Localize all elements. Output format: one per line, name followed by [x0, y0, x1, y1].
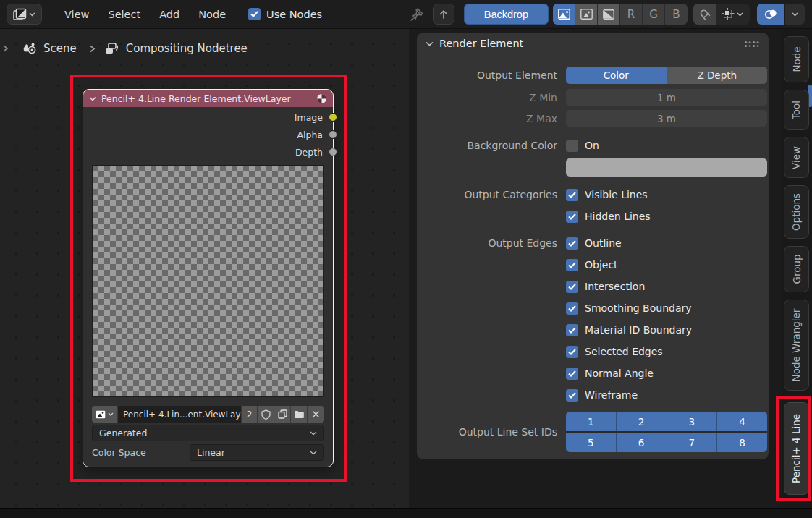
- output-element-row: Output Element ColorZ Depth: [417, 67, 769, 84]
- panel-drag-grip-icon[interactable]: [744, 41, 760, 47]
- image-name-field[interactable]: Pencil+ 4.Lin...ent.ViewLayer: [118, 406, 242, 423]
- output-edges-label: Output Edges: [417, 237, 566, 249]
- output-categories-row: Output CategoriesVisible Lines: [417, 187, 769, 203]
- menu-select[interactable]: Select: [98, 4, 150, 25]
- channel-alpha-button[interactable]: [598, 4, 620, 25]
- line-set-id-5[interactable]: 5: [566, 433, 617, 452]
- image-users-count[interactable]: 2: [242, 406, 258, 423]
- open-image-folder-icon[interactable]: [291, 406, 308, 423]
- z-min-field[interactable]: 1 m: [566, 89, 767, 106]
- output-element-toggle: ColorZ Depth: [566, 67, 767, 84]
- checkbox-object[interactable]: Object: [566, 259, 767, 271]
- panel-collapse-chevron-icon[interactable]: [426, 41, 434, 46]
- tab-view[interactable]: View: [784, 137, 809, 178]
- breadcrumb-separator-icon: [89, 44, 96, 54]
- menu-node[interactable]: Node: [189, 4, 235, 25]
- color-space-dropdown[interactable]: Linear: [190, 444, 324, 461]
- overlays-dropdown[interactable]: [785, 4, 805, 25]
- background-color-on-checkbox[interactable]: On: [566, 140, 767, 152]
- socket-dot[interactable]: [329, 130, 337, 139]
- checkbox-smoothing-boundary[interactable]: Smoothing Boundary: [566, 302, 767, 315]
- checkbox-icon: [566, 389, 578, 402]
- image-source-dropdown[interactable]: Generated: [92, 425, 324, 441]
- checkbox-label: Smoothing Boundary: [585, 302, 692, 314]
- checkbox-selected-edges[interactable]: Selected Edges: [566, 346, 767, 358]
- node-header[interactable]: Pencil+ 4.Line Render Element.ViewLayer: [83, 90, 333, 107]
- panel-title: Render Element: [439, 38, 523, 49]
- line-set-id-8[interactable]: 8: [717, 433, 767, 452]
- line-set-id-3[interactable]: 3: [667, 412, 718, 431]
- channel-b-button[interactable]: B: [665, 4, 688, 25]
- use-nodes-checkbox[interactable]: Use Nodes: [248, 8, 322, 20]
- checkbox-intersection[interactable]: Intersection: [566, 281, 767, 293]
- tab-node-wrangler[interactable]: Node Wrangler: [784, 300, 809, 391]
- output-element-option-color[interactable]: Color: [566, 67, 667, 84]
- chevron-down-icon: [310, 431, 317, 436]
- line-set-id-6[interactable]: 6: [617, 433, 667, 452]
- checkbox-label: Visible Lines: [585, 189, 648, 200]
- snap-magnet-icon[interactable]: [693, 4, 716, 25]
- tab-group[interactable]: Group: [784, 246, 809, 292]
- image-datablock-row: Pencil+ 4.Lin...ent.ViewLayer 2: [92, 406, 324, 423]
- image-browse-dropdown[interactable]: [92, 406, 118, 423]
- checkbox-wireframe[interactable]: Wireframe: [566, 389, 767, 402]
- tab-node[interactable]: Node: [784, 36, 809, 82]
- checkbox-icon: [566, 189, 578, 201]
- breadcrumb-scene[interactable]: Scene: [43, 42, 77, 55]
- line-set-id-grid: 12345678: [566, 412, 767, 452]
- go-to-parent-button[interactable]: [433, 4, 454, 25]
- z-max-field[interactable]: 3 m: [566, 110, 767, 127]
- compositor-editor-icon: [13, 8, 27, 20]
- tab-tool[interactable]: Tool: [784, 90, 809, 130]
- panel-header[interactable]: Render Element: [417, 33, 769, 54]
- breadcrumb: Scene Compositing Nodetree: [0, 41, 248, 56]
- checkbox-material-id-boundary[interactable]: Material ID Boundary: [566, 324, 767, 336]
- output-element-option-z-depth[interactable]: Z Depth: [667, 67, 768, 84]
- backdrop-button[interactable]: Backdrop: [464, 4, 549, 25]
- output-edges-row: Material ID Boundary: [417, 322, 769, 338]
- channel-r-button[interactable]: R: [620, 4, 643, 25]
- line-set-id-4[interactable]: 4: [717, 412, 767, 431]
- socket-label: Image: [295, 112, 323, 123]
- checkbox-icon: [566, 368, 578, 380]
- line-set-id-7[interactable]: 7: [667, 433, 718, 452]
- tab-pencil-4-line[interactable]: Pencil+ 4 Line: [784, 402, 809, 495]
- socket-dot[interactable]: [329, 148, 337, 156]
- channel-g-button[interactable]: G: [643, 4, 665, 25]
- snap-mode-dropdown[interactable]: [716, 4, 750, 25]
- z-max-row: Z Max 3 m: [417, 110, 769, 127]
- menu-add[interactable]: Add: [150, 4, 189, 25]
- menu-view[interactable]: View: [55, 4, 98, 25]
- background-color-on-label: On: [585, 140, 599, 151]
- checkbox-label: Outline: [585, 237, 622, 249]
- channel-color-alpha-button[interactable]: [575, 4, 598, 25]
- line-set-id-1[interactable]: 1: [566, 412, 617, 431]
- pin-icon[interactable]: [410, 7, 424, 22]
- overlays-toggle[interactable]: [757, 4, 784, 25]
- channel-color-button[interactable]: [553, 4, 575, 25]
- editor-type-dropdown[interactable]: [7, 4, 42, 25]
- socket-dot[interactable]: [329, 113, 337, 122]
- unlink-x-icon[interactable]: [308, 406, 324, 423]
- collapse-chevron-icon[interactable]: [89, 96, 96, 101]
- sidebar-region: Render Element Output Element ColorZ Dep…: [409, 29, 782, 518]
- checkbox-normal-angle[interactable]: Normal Angle: [566, 368, 767, 380]
- fake-user-shield-icon[interactable]: [258, 406, 274, 423]
- checkbox-hidden-lines[interactable]: Hidden Lines: [566, 211, 767, 223]
- checkbox-visible-lines[interactable]: Visible Lines: [566, 189, 767, 201]
- checkbox-outline[interactable]: Outline: [566, 237, 767, 250]
- region-expand-icon[interactable]: [1, 43, 13, 54]
- line-set-id-2[interactable]: 2: [617, 412, 667, 431]
- background-color-swatch[interactable]: [566, 158, 767, 177]
- checkbox-label: Hidden Lines: [585, 211, 651, 222]
- tab-options[interactable]: Options: [784, 185, 809, 239]
- render-element-node[interactable]: Pencil+ 4.Line Render Element.ViewLayer …: [83, 90, 333, 467]
- new-image-copy-icon[interactable]: [274, 406, 291, 423]
- node-editor-canvas[interactable]: Scene Compositing Nodetree Pencil+ 4.Lin…: [0, 29, 409, 508]
- editor-header: ViewSelectAddNode Use Nodes Backdrop: [0, 0, 812, 29]
- sidebar-tab-strip: NodeToolViewOptionsGroupNode WranglerPen…: [782, 29, 812, 518]
- checkbox-icon: [248, 8, 261, 20]
- checkbox-label: Normal Angle: [585, 368, 654, 379]
- background-color-label: Background Color: [417, 140, 566, 151]
- breadcrumb-nodetree[interactable]: Compositing Nodetree: [126, 42, 248, 55]
